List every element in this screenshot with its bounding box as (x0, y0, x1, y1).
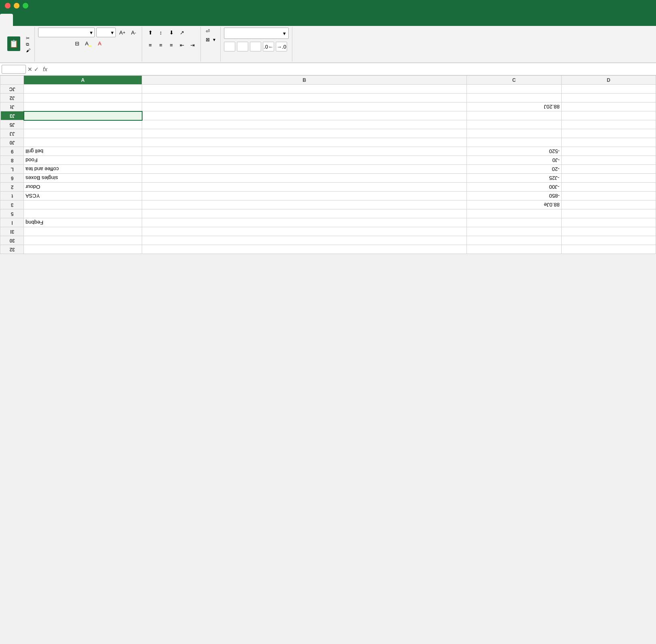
cell[interactable] (24, 94, 142, 102)
tab-view[interactable] (78, 14, 91, 26)
cell[interactable] (561, 218, 656, 227)
cell[interactable] (467, 138, 561, 147)
align-middle-button[interactable]: ↕ (156, 28, 166, 37)
maximize-button[interactable] (23, 3, 28, 9)
cell[interactable]: coffee and tea (24, 165, 142, 174)
cell[interactable] (142, 120, 467, 129)
cell[interactable] (24, 245, 142, 254)
cell[interactable] (467, 85, 561, 94)
cell[interactable] (142, 245, 467, 254)
confirm-formula-icon[interactable]: ✓ (34, 66, 39, 73)
minimize-button[interactable] (14, 3, 19, 9)
cell[interactable] (142, 165, 467, 174)
cell[interactable] (142, 156, 467, 165)
cell[interactable] (561, 156, 656, 165)
cell[interactable] (561, 192, 656, 200)
cell[interactable] (24, 200, 142, 209)
cell[interactable] (142, 129, 467, 138)
cell[interactable]: Odour (24, 183, 142, 192)
cell[interactable] (142, 236, 467, 245)
cell[interactable] (561, 85, 656, 94)
formula-input[interactable] (51, 65, 654, 74)
cell[interactable] (561, 165, 656, 174)
currency-dropdown[interactable]: ▾ (224, 28, 289, 39)
cell[interactable] (561, 174, 656, 183)
align-center-button[interactable]: ≡ (156, 40, 166, 50)
cell[interactable]: -J00 (467, 183, 561, 192)
cell[interactable] (561, 183, 656, 192)
cell[interactable] (467, 94, 561, 102)
cell[interactable] (467, 227, 561, 236)
comma-button[interactable] (250, 42, 261, 51)
cell[interactable] (467, 218, 561, 227)
tab-page-layout[interactable] (26, 14, 39, 26)
rotate-text-button[interactable]: ↗ (177, 28, 187, 37)
cell[interactable] (467, 236, 561, 245)
align-right-button[interactable]: ≡ (166, 40, 176, 50)
font-color-button[interactable]: A (95, 38, 104, 48)
cell[interactable]: Food (24, 156, 142, 165)
cell[interactable] (561, 236, 656, 245)
cell[interactable] (561, 102, 656, 111)
merge-center-button[interactable]: ⊠ ▾ (204, 36, 217, 43)
col-header-C[interactable]: C (467, 76, 561, 85)
cell[interactable] (467, 209, 561, 218)
wrap-text-button[interactable]: ⏎ (204, 28, 217, 35)
align-bottom-button[interactable]: ⬇ (166, 28, 176, 37)
cell[interactable] (561, 138, 656, 147)
cell[interactable] (24, 111, 142, 120)
cancel-formula-icon[interactable]: ✕ (28, 66, 32, 73)
font-size-dropdown[interactable]: ▾ (96, 28, 116, 37)
dollar-button[interactable] (224, 42, 235, 51)
tab-home[interactable] (0, 14, 13, 26)
cell[interactable] (467, 129, 561, 138)
cell[interactable] (142, 94, 467, 102)
cell[interactable] (142, 102, 467, 111)
cell[interactable] (561, 111, 656, 120)
cell[interactable] (24, 236, 142, 245)
underline-button[interactable] (61, 38, 70, 48)
cell[interactable] (24, 85, 142, 94)
cell[interactable]: -J0 (467, 156, 561, 165)
close-button[interactable] (5, 3, 11, 9)
paste-button[interactable]: 📋 (4, 35, 23, 53)
decrease-decimal-button[interactable]: .0← (263, 42, 274, 51)
cell[interactable] (142, 85, 467, 94)
tab-insert[interactable] (13, 14, 26, 26)
font-name-dropdown[interactable]: ▾ (38, 28, 95, 37)
cell[interactable] (142, 138, 467, 147)
cell[interactable] (24, 209, 142, 218)
decrease-indent-button[interactable]: ⇤ (177, 40, 187, 50)
align-top-button[interactable]: ⬆ (145, 28, 155, 37)
cell[interactable] (467, 120, 561, 129)
tab-review[interactable] (65, 14, 78, 26)
cell[interactable] (561, 94, 656, 102)
cell[interactable] (561, 200, 656, 209)
cell[interactable] (467, 245, 561, 254)
tab-formulas[interactable] (39, 14, 52, 26)
cell[interactable] (142, 227, 467, 236)
cell[interactable] (24, 138, 142, 147)
cell[interactable] (142, 147, 467, 156)
cell[interactable] (561, 129, 656, 138)
cell[interactable]: -20 (467, 165, 561, 174)
format-painter-button[interactable]: 🖌 (26, 48, 32, 53)
cell-reference-box[interactable] (2, 65, 26, 74)
increase-indent-button[interactable]: ⇥ (187, 40, 197, 50)
cut-button[interactable]: ✂ (26, 36, 32, 41)
cell[interactable] (561, 227, 656, 236)
col-header-B[interactable]: B (142, 76, 467, 85)
cell[interactable] (142, 209, 467, 218)
cell[interactable]: -J25 (467, 174, 561, 183)
cell[interactable] (24, 120, 142, 129)
cell[interactable]: singles Boxes (24, 174, 142, 183)
italic-button[interactable] (49, 38, 59, 48)
cell[interactable] (142, 174, 467, 183)
cell[interactable]: -850 (467, 192, 561, 200)
cell[interactable]: 88.20J (467, 102, 561, 111)
cell[interactable]: -520 (467, 147, 561, 156)
cell[interactable] (24, 227, 142, 236)
cell[interactable] (142, 183, 467, 192)
cell[interactable] (142, 192, 467, 200)
cell[interactable] (142, 111, 467, 120)
